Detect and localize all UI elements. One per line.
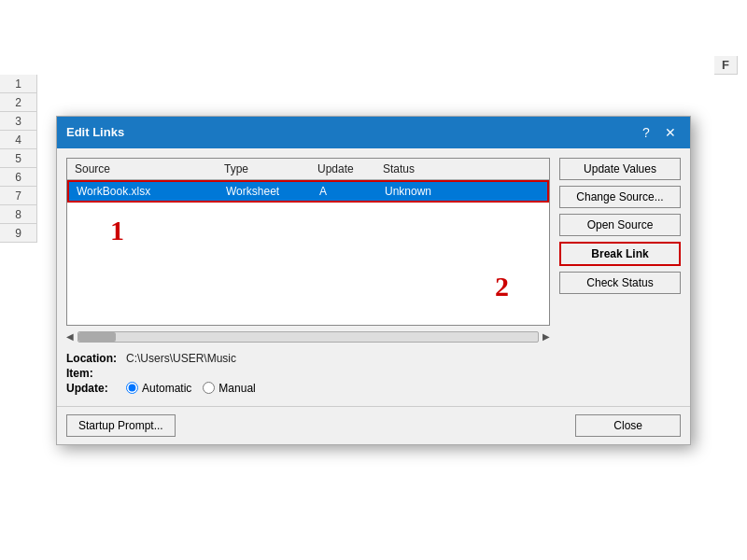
col-header-source: Source <box>71 161 220 176</box>
col-header-type: Type <box>220 161 314 176</box>
radio-manual[interactable]: Manual <box>203 382 255 395</box>
table-header: Source Type Update Status <box>67 159 549 180</box>
row-num-8: 8 <box>0 205 37 224</box>
links-table-container: Source Type Update Status WorkBook.xlsx … <box>66 158 550 326</box>
location-label: Location: <box>66 352 122 365</box>
cell-source: WorkBook.xlsx <box>73 184 222 199</box>
radio-automatic-input[interactable] <box>126 382 138 394</box>
close-button[interactable]: Close <box>575 414 681 437</box>
dialog-footer: Startup Prompt... Close <box>57 406 690 444</box>
update-row: Update: Automatic Manual <box>66 382 550 395</box>
col-header-update: Update <box>314 161 379 176</box>
dialog-body: Source Type Update Status WorkBook.xlsx … <box>57 148 690 406</box>
help-button[interactable]: ? <box>636 122 656 143</box>
horizontal-scrollbar[interactable]: ◀ ▶ <box>66 329 550 344</box>
update-label: Update: <box>66 382 122 395</box>
row-num-7: 7 <box>0 187 37 205</box>
row-num-6: 6 <box>0 168 37 187</box>
left-panel: Source Type Update Status WorkBook.xlsx … <box>66 158 550 397</box>
info-section: Location: C:\Users\USER\Music Item: Upda… <box>66 352 550 397</box>
row-num-2: 2 <box>0 93 37 112</box>
radio-manual-input[interactable] <box>203 382 215 394</box>
radio-manual-label: Manual <box>218 382 255 395</box>
scroll-track[interactable] <box>78 331 539 343</box>
row-num-4: 4 <box>0 131 37 149</box>
edit-links-dialog: Edit Links ? ✕ Source Type Update Status… <box>56 116 691 445</box>
change-source-button[interactable]: Change Source... <box>559 186 681 208</box>
location-value: C:\Users\USER\Music <box>126 352 236 365</box>
dialog-titlebar: Edit Links ? ✕ <box>57 117 690 148</box>
location-row: Location: C:\Users\USER\Music <box>66 352 550 365</box>
row-num-5: 5 <box>0 149 37 168</box>
item-label: Item: <box>66 367 122 380</box>
col-header-status: Status <box>379 161 545 176</box>
cell-update: A <box>316 184 381 199</box>
open-source-button[interactable]: Open Source <box>559 214 681 236</box>
dialog-title: Edit Links <box>66 125 124 139</box>
row-num-9: 9 <box>0 224 37 243</box>
cell-status: Unknown <box>381 184 543 199</box>
startup-prompt-button[interactable]: Startup Prompt... <box>66 414 176 437</box>
row-numbers: 1 2 3 4 5 6 7 8 9 <box>0 75 37 243</box>
update-values-button[interactable]: Update Values <box>559 158 681 180</box>
row-num-1: 1 <box>0 75 37 93</box>
close-x-button[interactable]: ✕ <box>660 122 681 143</box>
scroll-right-arrow[interactable]: ▶ <box>543 331 550 342</box>
radio-automatic[interactable]: Automatic <box>126 382 191 395</box>
row-num-3: 3 <box>0 112 37 131</box>
scroll-thumb[interactable] <box>78 332 116 342</box>
check-status-button[interactable]: Check Status <box>559 272 681 294</box>
dialog-controls: ? ✕ <box>636 122 681 143</box>
column-f-header: F <box>714 56 738 75</box>
update-radio-group: Automatic Manual <box>126 382 256 395</box>
cell-type: Worksheet <box>222 184 316 199</box>
item-row: Item: <box>66 367 550 380</box>
table-row[interactable]: WorkBook.xlsx Worksheet A Unknown <box>67 180 549 203</box>
break-link-button[interactable]: Break Link <box>559 242 681 266</box>
right-panel: Update Values Change Source... Open Sour… <box>559 158 681 397</box>
radio-automatic-label: Automatic <box>142 382 191 395</box>
scroll-left-arrow[interactable]: ◀ <box>66 331 74 342</box>
